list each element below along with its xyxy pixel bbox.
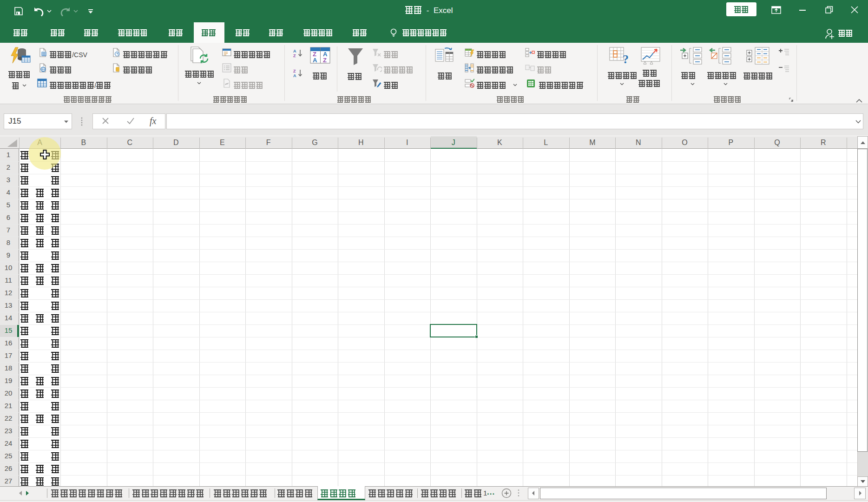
svg-text:A: A xyxy=(293,73,296,78)
svg-text:Z: Z xyxy=(323,57,327,64)
svg-text:Z: Z xyxy=(293,69,296,73)
svg-text:A: A xyxy=(293,49,296,53)
svg-text:A: A xyxy=(313,57,317,64)
svg-text:Z: Z xyxy=(293,53,296,58)
svg-text:?: ? xyxy=(623,53,629,66)
